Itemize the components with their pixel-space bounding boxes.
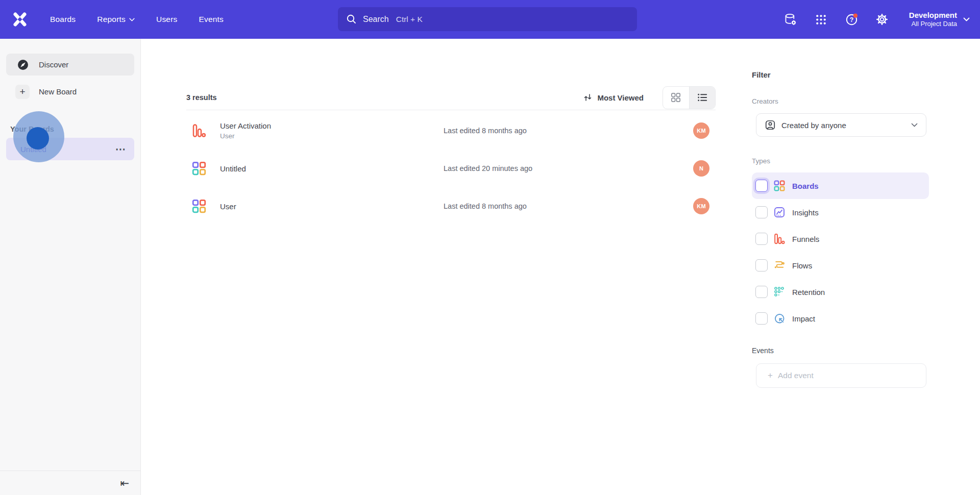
- list-view-icon: [697, 92, 708, 103]
- sort-label: Most Viewed: [597, 93, 644, 102]
- chevron-down-icon: [963, 17, 970, 21]
- impact-checkbox[interactable]: [755, 312, 768, 325]
- result-title: User: [220, 202, 236, 211]
- board-grid-icon: [191, 161, 207, 176]
- your-boards-heading: Your Boards: [10, 125, 140, 133]
- plus-icon: +: [15, 85, 30, 99]
- board-grid-icon: [773, 180, 786, 192]
- chevron-down-icon: [129, 18, 135, 21]
- retention-checkbox[interactable]: [755, 286, 768, 298]
- result-title: Untitled: [220, 164, 246, 173]
- mixpanel-logo-icon[interactable]: [11, 11, 29, 28]
- sidebar-item-new-board[interactable]: + New Board: [6, 81, 134, 103]
- board-name: Untitled: [20, 145, 115, 154]
- retention-dots-icon: [773, 286, 786, 298]
- nav-item-users[interactable]: Users: [156, 15, 177, 24]
- flows-checkbox[interactable]: [755, 259, 768, 271]
- app-window: Boards Reports Users Events Search Ctrl …: [0, 0, 980, 495]
- nav-item-events[interactable]: Events: [199, 15, 224, 24]
- type-filter-retention[interactable]: Retention: [752, 279, 929, 305]
- project-selector[interactable]: Development All Project Data: [909, 11, 970, 29]
- plus-icon: +: [768, 370, 773, 381]
- type-filter-insights[interactable]: Insights: [752, 199, 929, 226]
- view-toggle: [663, 86, 716, 109]
- grid-view-icon: [670, 92, 681, 103]
- project-scope: All Project Data: [909, 20, 957, 28]
- add-event-button[interactable]: + Add event: [756, 363, 926, 388]
- sidebar-board-untitled[interactable]: Untitled ⋯: [6, 138, 134, 160]
- top-nav: Boards Reports Users Events Search Ctrl …: [0, 0, 980, 39]
- add-event-label: Add event: [778, 371, 814, 380]
- svg-text:?: ?: [850, 16, 854, 23]
- avatar: KM: [693, 198, 709, 214]
- project-name: Development: [909, 11, 957, 20]
- result-subtitle: User: [220, 132, 271, 140]
- sort-arrows-icon: [583, 93, 593, 102]
- settings-gear-icon[interactable]: [875, 13, 889, 27]
- apps-grid-icon[interactable]: [814, 13, 828, 27]
- sidebar-footer: ⇤: [0, 471, 140, 495]
- list-header: 3 results Most Viewed: [186, 86, 716, 109]
- sidebar-item-label: Discover: [39, 60, 68, 69]
- sidebar-item-discover[interactable]: Discover: [6, 54, 134, 76]
- sidebar: Discover + New Board Your Boards Untitle…: [0, 39, 141, 495]
- funnel-bars-icon: [191, 123, 207, 138]
- more-options-icon[interactable]: ⋯: [115, 146, 126, 152]
- search-icon: [346, 14, 357, 24]
- avatar: N: [693, 160, 709, 177]
- search-placeholder: Search: [363, 15, 389, 24]
- nav-links: Boards Reports Users Events: [50, 15, 224, 24]
- result-row[interactable]: User Activation User Last edited 8 month…: [186, 112, 716, 150]
- creators-dropdown[interactable]: Created by anyone: [756, 113, 926, 137]
- nav-item-reports[interactable]: Reports: [97, 15, 135, 24]
- help-icon[interactable]: ?: [845, 13, 859, 27]
- data-management-icon[interactable]: [783, 13, 797, 27]
- result-row[interactable]: User Last edited 8 months ago KM: [186, 187, 716, 225]
- grid-view-button[interactable]: [663, 87, 689, 109]
- nav-item-boards[interactable]: Boards: [50, 15, 76, 24]
- boards-checkbox[interactable]: [755, 180, 768, 192]
- flows-icon: [773, 259, 786, 271]
- compass-icon: [17, 59, 29, 71]
- impact-icon: [773, 312, 786, 325]
- results-count: 3 results: [186, 93, 217, 102]
- global-search-input[interactable]: Search Ctrl + K: [338, 7, 637, 31]
- insights-checkbox[interactable]: [755, 206, 768, 218]
- divider: [186, 110, 716, 110]
- person-icon: [765, 119, 776, 131]
- type-filter-boards[interactable]: Boards: [752, 172, 929, 199]
- type-filter-impact[interactable]: Impact: [752, 305, 929, 332]
- nav-right-cluster: ? Development All Project Data: [783, 0, 970, 39]
- filter-heading: Filter: [752, 70, 771, 79]
- result-row[interactable]: Untitled Last edited 20 minutes ago N: [186, 150, 716, 187]
- board-grid-icon: [191, 199, 207, 214]
- result-title: User Activation: [220, 121, 271, 130]
- funnel-bars-icon: [773, 233, 786, 245]
- sort-control[interactable]: Most Viewed: [583, 93, 644, 102]
- last-edited-text: Last edited 8 months ago: [444, 202, 527, 210]
- type-filter-flows[interactable]: Flows: [752, 252, 929, 279]
- insights-chart-icon: [773, 206, 786, 218]
- collapse-sidebar-icon[interactable]: ⇤: [120, 478, 129, 488]
- types-heading: Types: [752, 157, 770, 165]
- list-view-button[interactable]: [689, 87, 716, 109]
- results-list: User Activation User Last edited 8 month…: [186, 112, 716, 225]
- sidebar-item-label: New Board: [39, 87, 77, 96]
- events-heading: Events: [752, 346, 774, 355]
- last-edited-text: Last edited 8 months ago: [444, 127, 527, 135]
- chevron-down-icon: [911, 123, 918, 127]
- type-filter-funnels[interactable]: Funnels: [752, 226, 929, 252]
- last-edited-text: Last edited 20 minutes ago: [444, 164, 532, 172]
- type-filter-list: Boards Insights: [752, 172, 929, 332]
- search-shortcut: Ctrl + K: [396, 15, 423, 24]
- creators-heading: Creators: [752, 97, 778, 105]
- creators-value: Created by anyone: [781, 121, 911, 130]
- funnels-checkbox[interactable]: [755, 233, 768, 245]
- avatar: KM: [693, 122, 709, 139]
